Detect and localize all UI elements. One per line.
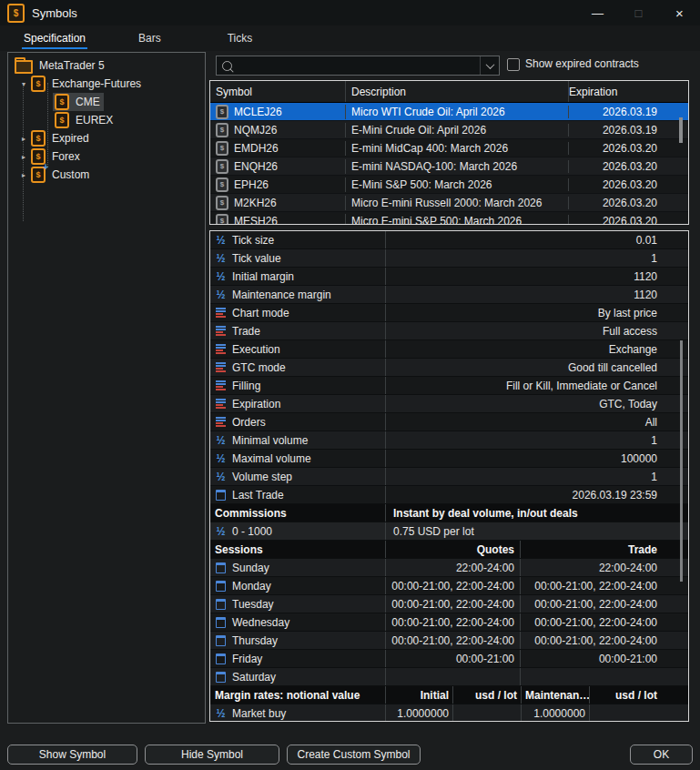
margin-rate-row[interactable]: Market buy 1.0000000 1.0000000 xyxy=(210,704,688,722)
symbol-row[interactable]: EPH26 E-Mini S&P 500: March 2026 2026.03… xyxy=(210,176,688,194)
spec-row[interactable]: Chart mode By last price xyxy=(210,304,688,322)
spec-row-value: 2026.03.19 23:59 xyxy=(386,489,688,502)
tree-item-label: Exchange-Futures xyxy=(52,77,141,90)
spec-row[interactable]: Orders All xyxy=(210,413,688,431)
column-header-description[interactable]: Description xyxy=(346,81,569,102)
session-trade-cell: 00:00-21:00, 22:00-24:00 xyxy=(521,616,688,629)
tab-ticks[interactable]: Ticks xyxy=(226,25,255,51)
spec-row-value: 1 xyxy=(386,434,688,447)
tree-item[interactable]: EUREX xyxy=(8,111,205,129)
tree-item-label: EUREX xyxy=(76,114,113,127)
search-dropdown-icon[interactable] xyxy=(480,56,499,75)
tree-item[interactable]: CME xyxy=(8,93,205,111)
tree-expander-icon[interactable]: ▸ xyxy=(18,171,29,179)
symbols-table-header: Symbol Description Expiration xyxy=(210,81,688,103)
expiration-cell: 2026.03.19 xyxy=(569,106,688,118)
spec-row[interactable]: Maximal volume 100000 xyxy=(210,450,688,468)
tab-specification[interactable]: Specification xyxy=(22,25,87,51)
tree-item[interactable]: ▸ Custom xyxy=(8,166,205,184)
session-trade-cell: 00:00-21:00 xyxy=(521,653,688,665)
column-header-symbol[interactable]: Symbol xyxy=(210,81,346,102)
minimize-button[interactable]: — xyxy=(577,0,618,25)
maximize-button[interactable]: □ xyxy=(618,0,659,25)
spec-row[interactable]: GTC mode Good till cancelled xyxy=(210,359,688,377)
session-row[interactable]: Monday 00:00-21:00, 22:00-24:00 00:00-21… xyxy=(210,577,688,595)
margin-initial-unit-header: usd / lot xyxy=(453,686,522,704)
spec-row[interactable]: Expiration GTC, Today xyxy=(210,395,688,413)
symbol-row[interactable]: MESH26 Micro E-mini S&P 500: March 2026 … xyxy=(210,212,688,225)
tree-item-icon xyxy=(31,76,46,92)
column-header-expiration[interactable]: Expiration xyxy=(569,81,688,102)
create-custom-symbol-button[interactable]: Create Custom Symbol xyxy=(287,745,421,765)
spec-row-icon xyxy=(215,289,227,301)
session-row[interactable]: Thursday 00:00-21:00, 22:00-24:00 00:00-… xyxy=(210,632,688,650)
margin-maintenance-header: Maintenan… xyxy=(522,686,590,704)
spec-row[interactable]: Last Trade 2026.03.19 23:59 xyxy=(210,486,688,504)
spec-row-value: All xyxy=(386,416,688,429)
session-trade-cell: 00:00-21:00, 22:00-24:00 xyxy=(521,580,688,593)
spec-row-value: 100000 xyxy=(386,452,688,465)
symbol-row[interactable]: MCLEJ26 Micro WTI Crude Oil: April 2026 … xyxy=(210,103,688,121)
symbol-search-box xyxy=(216,56,500,76)
hide-symbol-button[interactable]: Hide Symbol xyxy=(145,745,279,765)
symbol-row[interactable]: ENQH26 E-mini NASDAQ-100: March 2026 202… xyxy=(210,157,688,176)
tree-item[interactable]: ▸ Expired xyxy=(8,129,205,147)
tab-bars[interactable]: Bars xyxy=(137,25,163,51)
spec-scrollbar-thumb[interactable] xyxy=(680,340,683,582)
search-input[interactable] xyxy=(232,57,480,74)
tree-expander-icon[interactable]: ▸ xyxy=(18,135,29,143)
session-row[interactable]: Friday 00:00-21:00 00:00-21:00 xyxy=(210,650,688,668)
symbol-row[interactable]: M2KH26 Micro E-mini Russell 2000: March … xyxy=(210,194,688,212)
symbols-table-body: MCLEJ26 Micro WTI Crude Oil: April 2026 … xyxy=(210,103,688,225)
spec-row-value: 1 xyxy=(386,252,688,265)
session-row[interactable]: Sunday 22:00-24:00 22:00-24:00 xyxy=(210,559,688,577)
spec-row[interactable]: Initial margin 1120 xyxy=(210,268,688,286)
tree-item[interactable]: ▾ Exchange-Futures xyxy=(8,75,205,93)
expiration-cell: 2026.03.20 xyxy=(569,215,688,226)
commissions-header-row: Commissions Instant by deal volume, in/o… xyxy=(210,504,688,522)
symbol-row[interactable]: NQMJ26 E-Mini Crude Oil: April 2026 2026… xyxy=(210,121,688,139)
margin-initial-unit-cell xyxy=(453,704,522,722)
window-title: Symbols xyxy=(32,6,77,20)
session-quotes-cell: 00:00-21:00, 22:00-24:00 xyxy=(386,577,521,594)
description-cell: E-Mini Crude Oil: April 2026 xyxy=(346,124,569,137)
spec-row[interactable]: Minimal volume 1 xyxy=(210,431,688,450)
show-expired-label[interactable]: Show expired contracts xyxy=(525,57,639,70)
tree-item[interactable]: MetaTrader 5 xyxy=(8,56,205,75)
symbol-tree-panel: MetaTrader 5 ▾ Exchange-Futures CME xyxy=(7,52,206,724)
margin-maintenance-unit-header: usd / lot xyxy=(590,689,688,702)
close-button[interactable]: × xyxy=(659,0,700,25)
tree-expander-icon[interactable]: ▾ xyxy=(18,80,29,88)
spec-row[interactable]: Maintenance margin 1120 xyxy=(210,286,688,304)
symbol-tree: MetaTrader 5 ▾ Exchange-Futures CME xyxy=(8,53,205,184)
session-day-label: Monday xyxy=(232,580,271,593)
expiration-cell: 2026.03.20 xyxy=(569,160,688,173)
session-row[interactable]: Tuesday 00:00-21:00, 22:00-24:00 00:00-2… xyxy=(210,595,688,613)
session-row[interactable]: Saturday xyxy=(210,668,688,686)
session-row[interactable]: Wednesday 00:00-21:00, 22:00-24:00 00:00… xyxy=(210,613,688,632)
spec-row[interactable]: Volume step 1 xyxy=(210,468,688,486)
spec-row[interactable]: Execution Exchange xyxy=(210,340,688,359)
symbol-cell: M2KH26 xyxy=(234,197,277,209)
session-quotes-cell xyxy=(386,668,521,685)
spec-row[interactable]: Tick size 0.01 xyxy=(210,231,688,249)
show-expired-checkbox[interactable] xyxy=(507,58,520,71)
spec-row[interactable]: Trade Full access xyxy=(210,322,688,340)
spec-row-label: Tick value xyxy=(232,252,281,265)
tree-expander-icon[interactable]: ▸ xyxy=(18,153,29,161)
session-trade-cell: 00:00-21:00, 22:00-24:00 xyxy=(521,598,688,611)
commission-tier-row[interactable]: 0 - 1000 0.75 USD per lot xyxy=(210,522,688,541)
ok-button[interactable]: OK xyxy=(630,745,693,765)
show-symbol-button[interactable]: Show Symbol xyxy=(7,745,137,765)
spec-row-icon xyxy=(215,308,227,318)
session-day-label: Sunday xyxy=(232,562,269,574)
symbol-row[interactable]: EMDH26 E-mini MidCap 400: March 2026 202… xyxy=(210,139,688,157)
symbols-scrollbar-thumb[interactable] xyxy=(679,117,683,143)
spec-row[interactable]: Filling Fill or Kill, Immediate or Cance… xyxy=(210,377,688,395)
symbols-dialog: $ Symbols — □ × Specification Bars Ticks… xyxy=(0,0,700,770)
margin-initial-header: Initial xyxy=(386,686,453,704)
tree-item[interactable]: ▸ Forex xyxy=(8,147,205,166)
spec-row-icon xyxy=(215,380,227,390)
symbol-cell: NQMJ26 xyxy=(234,124,277,137)
spec-row[interactable]: Tick value 1 xyxy=(210,249,688,268)
